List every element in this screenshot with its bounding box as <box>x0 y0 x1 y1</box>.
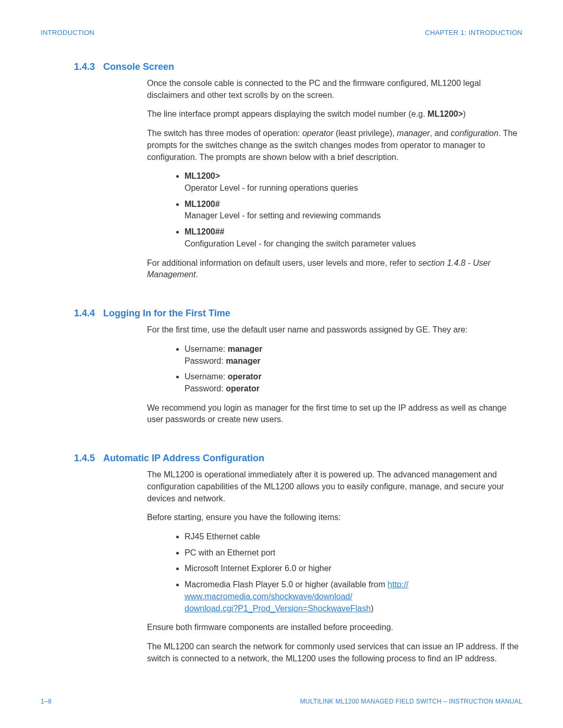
footer-manual-title: MULTILINK ML1200 MANAGED FIELD SWITCH – … <box>300 698 522 705</box>
paragraph: Once the console cable is connected to t… <box>147 78 522 101</box>
paragraph: For additional information on default us… <box>147 257 522 281</box>
list-item: PC with an Ethernet port <box>185 547 522 559</box>
paragraph: We recommend you login as manager for th… <box>147 402 522 426</box>
paragraph: Ensure both firmware components are inst… <box>147 622 522 634</box>
paragraph: For the first time, use the default user… <box>147 324 522 336</box>
list-item: ML1200## Configuration Level - for chang… <box>185 226 522 250</box>
list-item: ML1200# Manager Level - for setting and … <box>185 199 522 222</box>
section-1-4-3: 1.4.3 Console Screen Once the console ca… <box>41 61 522 281</box>
list-item: Username: manager Password: manager <box>185 343 522 367</box>
list-item: Microsoft Internet Explorer 6.0 or highe… <box>185 563 522 575</box>
paragraph: The switch has three modes of operation:… <box>147 128 522 163</box>
list-item: RJ45 Ethernet cable <box>185 531 522 543</box>
header-right: CHAPTER 1: INTRODUCTION <box>425 29 522 36</box>
paragraph: The line interface prompt appears displa… <box>147 108 522 120</box>
section-number: 1.4.5 <box>41 453 103 464</box>
list-item: Macromedia Flash Player 5.0 or higher (a… <box>185 579 522 614</box>
section-number: 1.4.4 <box>41 308 103 319</box>
requirements-list: RJ45 Ethernet cable PC with an Ethernet … <box>147 531 522 614</box>
page-header: INTRODUCTION CHAPTER 1: INTRODUCTION <box>41 29 522 36</box>
credentials-list: Username: manager Password: manager User… <box>147 343 522 395</box>
section-title: Automatic IP Address Configuration <box>103 453 264 464</box>
page-footer: 1–8 MULTILINK ML1200 MANAGED FIELD SWITC… <box>41 698 522 705</box>
section-title: Console Screen <box>103 61 174 72</box>
list-item: Username: operator Password: operator <box>185 371 522 394</box>
prompt-list: ML1200> Operator Level - for running ope… <box>147 170 522 250</box>
list-item: ML1200> Operator Level - for running ope… <box>185 170 522 194</box>
document-page: INTRODUCTION CHAPTER 1: INTRODUCTION 1.4… <box>0 0 563 712</box>
section-number: 1.4.3 <box>41 61 103 72</box>
paragraph: The ML1200 can search the network for co… <box>147 641 522 664</box>
header-left: INTRODUCTION <box>41 29 94 36</box>
section-1-4-4: 1.4.4 Logging In for the First Time For … <box>41 308 522 426</box>
section-title: Logging In for the First Time <box>103 308 230 319</box>
paragraph: Before starting, ensure you have the fol… <box>147 512 522 524</box>
paragraph: The ML1200 is operational immediately af… <box>147 469 522 504</box>
section-1-4-5: 1.4.5 Automatic IP Address Configuration… <box>41 453 522 664</box>
footer-page-num: 1–8 <box>41 698 52 705</box>
